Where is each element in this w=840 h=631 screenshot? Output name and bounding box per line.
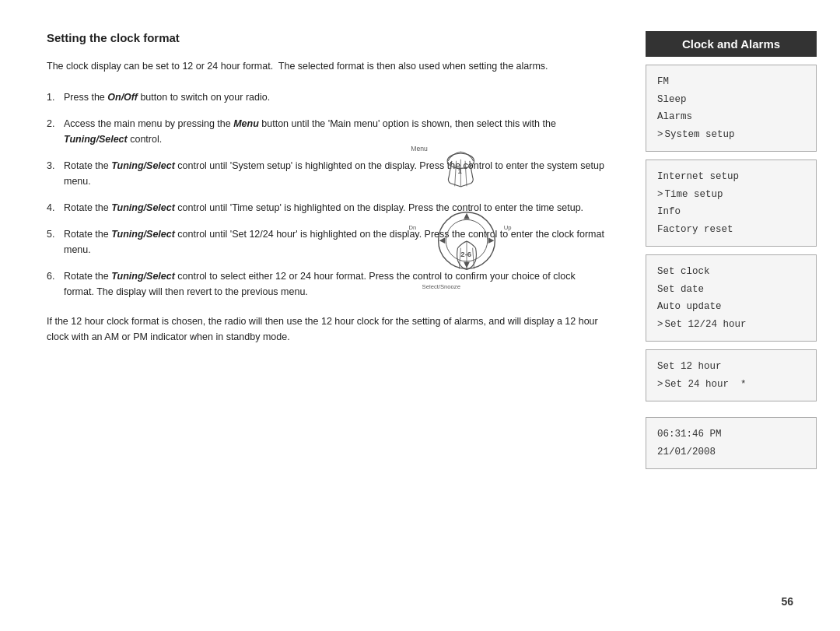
menu-item-set-date: Set date — [657, 281, 805, 299]
step-num-1: 1. — [47, 89, 54, 105]
display-box-1: FM Sleep Alarms System setup — [646, 65, 817, 152]
page-number: 56 — [781, 595, 793, 608]
step-num-5: 5. — [47, 226, 54, 242]
svg-text:1: 1 — [458, 167, 463, 175]
step-num-3: 3. — [47, 158, 54, 174]
intro-text: The clock display can be set to 12 or 24… — [47, 58, 607, 74]
menu-item-system-setup: System setup — [657, 126, 805, 144]
menu-item-auto-update: Auto update — [657, 298, 805, 316]
svg-text:2-6: 2-6 — [460, 250, 471, 258]
menu-item-set-1224: Set 12/24 hour — [657, 316, 805, 334]
menu-item-set-clock: Set clock — [657, 263, 805, 281]
svg-text:Up: Up — [504, 224, 512, 231]
menu-item-fm: FM — [657, 73, 805, 91]
step-num-6: 6. — [47, 268, 54, 284]
svg-line-1 — [455, 161, 457, 187]
right-sidebar: Clock and Alarms FM Sleep Alarms System … — [646, 31, 817, 600]
menu-item-internet-setup: Internet setup — [657, 168, 805, 186]
menu-item-alarms: Alarms — [657, 108, 805, 126]
display-box-3: Set clock Set date Auto update Set 12/24… — [646, 254, 817, 342]
menu-item-info: Info — [657, 203, 805, 221]
svg-line-3 — [465, 161, 467, 187]
display-box-2: Internet setup Time setup Info Factory r… — [646, 160, 817, 247]
diagram-container: Menu 1 Dn Up — [404, 140, 529, 311]
menu-item-set-12hour: Set 12 hour — [657, 358, 805, 376]
menu-label: Menu — [411, 145, 428, 152]
display-date: 21/01/2008 — [657, 443, 805, 461]
step-text-1: Press the On/Off button to switch on you… — [64, 92, 270, 103]
left-content: Setting the clock format The clock displ… — [47, 31, 622, 600]
svg-text:Dn: Dn — [408, 224, 416, 231]
device-diagram: Menu 1 Dn Up — [404, 140, 529, 311]
step-num-2: 2. — [47, 116, 54, 131]
footer-note: If the 12 hour clock format is chosen, t… — [47, 314, 607, 345]
menu-item-time-setup: Time setup — [657, 186, 805, 204]
step-1: 1. Press the On/Off button to switch on … — [47, 89, 607, 105]
section-title: Setting the clock format — [47, 31, 607, 44]
display-box-4: Set 12 hour Set 24 hour * — [646, 349, 817, 401]
sidebar-title: Clock and Alarms — [682, 37, 780, 51]
menu-item-factory-reset: Factory reset — [657, 221, 805, 239]
svg-text:Select/Snooze: Select/Snooze — [422, 283, 460, 290]
sidebar-header: Clock and Alarms — [646, 31, 817, 57]
menu-item-sleep: Sleep — [657, 91, 805, 109]
display-time: 06:31:46 PM — [657, 426, 805, 443]
menu-item-set-24hour: Set 24 hour * — [657, 376, 805, 394]
step-num-4: 4. — [47, 200, 54, 216]
display-box-5: 06:31:46 PM 21/01/2008 — [646, 417, 817, 469]
